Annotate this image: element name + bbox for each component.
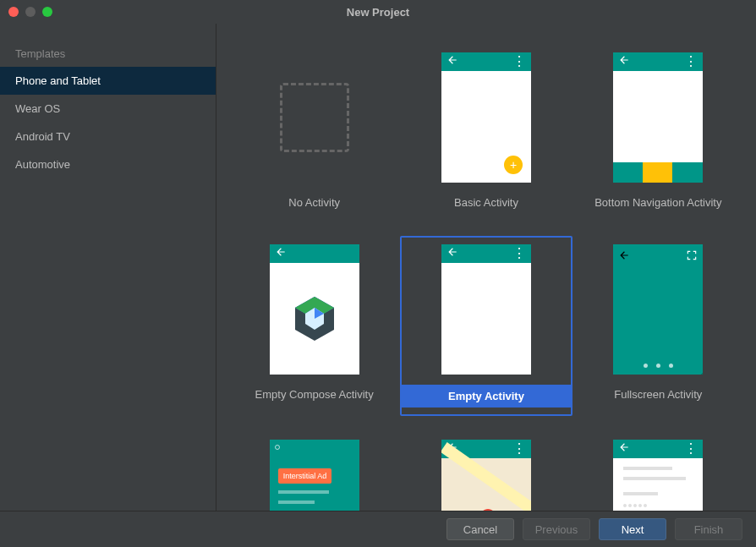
templates-sidebar: Templates Phone and TabletWear OSAndroid… [0, 24, 216, 511]
overflow-menu-icon: ⋮ [512, 247, 526, 260]
template-label: No Activity [280, 193, 348, 212]
template-thumbnail: ⋮ [613, 52, 703, 183]
template-thumbnail: ⋮+ [441, 52, 531, 183]
thumb-appbar: ⋮ [441, 244, 531, 263]
thumb-appbar: ⋮ [441, 52, 531, 71]
template-login-activity[interactable]: ⋮Login Activity [572, 431, 744, 511]
window-controls [8, 7, 52, 17]
template-label: Bottom Navigation Activity [586, 193, 730, 212]
template-label: Empty Compose Activity [247, 385, 382, 404]
back-arrow-icon [618, 54, 630, 69]
template-fullscreen-activity[interactable]: Fullscreen Activity [572, 236, 744, 416]
sidebar-item-wear-os[interactable]: Wear OS [0, 95, 216, 123]
thumb-appbar [270, 244, 359, 263]
template-basic-activity[interactable]: ⋮+Basic Activity [400, 44, 572, 221]
compose-logo-icon [270, 263, 359, 375]
title-bar: New Project [0, 0, 756, 24]
template-google-maps-activity[interactable]: ⋮Google Maps Activity [400, 431, 572, 511]
wizard-buttons: Cancel Previous Next Finish [0, 511, 756, 547]
back-arrow-icon [446, 54, 458, 69]
sidebar-item-android-tv[interactable]: Android TV [0, 123, 216, 150]
bottom-nav-icon [613, 162, 703, 183]
template-label: Fullscreen Activity [605, 385, 710, 404]
close-icon[interactable] [8, 7, 19, 17]
template-thumbnail [613, 244, 703, 375]
template-label: Empty Activity [402, 385, 570, 408]
finish-button: Finish [675, 518, 742, 540]
thumb-appbar: ⋮ [613, 440, 703, 458]
template-empty-activity[interactable]: ⋮Empty Activity [400, 236, 572, 416]
template-label: Basic Activity [446, 193, 527, 212]
form-preview [613, 458, 703, 511]
template-bottom-navigation-activity[interactable]: ⋮Bottom Navigation Activity [572, 44, 744, 221]
template-thumbnail: ⋮ [441, 244, 531, 375]
no-activity-icon [280, 83, 349, 152]
overflow-menu-icon: ⋮ [684, 55, 698, 68]
back-arrow-icon [618, 441, 630, 457]
next-button[interactable]: Next [599, 518, 666, 540]
maximize-icon[interactable] [42, 7, 52, 17]
template-empty-compose-activity[interactable]: Empty Compose Activity [228, 236, 400, 416]
template-interstitial-ad[interactable]: Interstitial AdInterstitial Ad [228, 431, 400, 511]
fab-icon: + [504, 156, 523, 174]
window-title: New Project [347, 6, 409, 19]
template-thumbnail: ⋮ [441, 440, 531, 511]
template-thumbnail: ⋮ [613, 440, 703, 511]
back-arrow-icon [275, 246, 287, 261]
previous-button: Previous [523, 518, 590, 540]
minimize-icon [25, 7, 36, 17]
back-arrow-icon [446, 246, 458, 261]
sidebar-item-automotive[interactable]: Automotive [0, 150, 216, 178]
overflow-menu-icon: ⋮ [684, 442, 698, 456]
map-preview [441, 458, 531, 511]
overflow-menu-icon: ⋮ [512, 442, 526, 456]
template-gallery[interactable]: No Activity⋮+Basic Activity⋮Bottom Navig… [216, 24, 756, 511]
sidebar-item-phone-and-tablet[interactable]: Phone and Tablet [0, 67, 216, 95]
template-thumbnail: Interstitial Ad [270, 440, 359, 511]
overflow-menu-icon: ⋮ [512, 55, 526, 68]
cancel-button[interactable]: Cancel [446, 518, 514, 540]
template-no-activity[interactable]: No Activity [228, 44, 400, 221]
sidebar-header: Templates [0, 44, 216, 67]
template-thumbnail [270, 244, 359, 375]
thumb-appbar: ⋮ [613, 52, 703, 71]
ad-badge: Interstitial Ad [278, 468, 332, 484]
